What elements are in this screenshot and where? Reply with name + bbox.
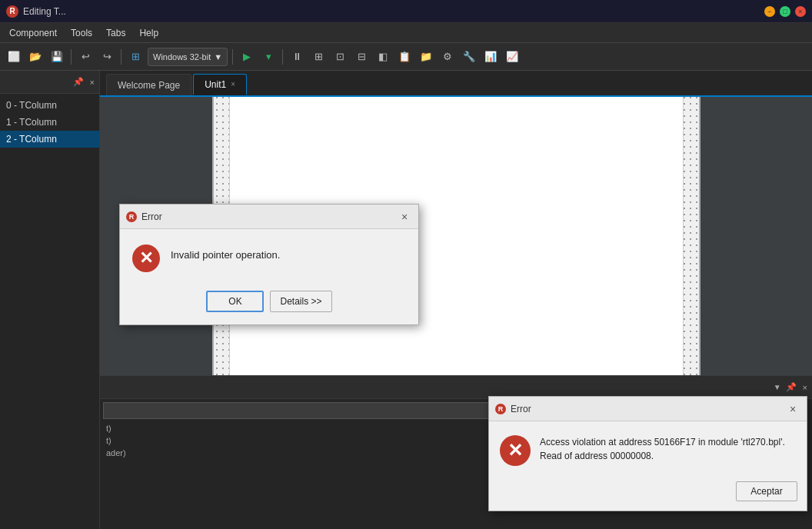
dialog2-title-icon: R: [495, 404, 506, 414]
toolbar-more7[interactable]: ⚙: [438, 48, 457, 66]
left-panel-header: 📌 ×: [0, 71, 99, 94]
dialog1-error-icon: ✕: [132, 245, 160, 272]
error-dialog-2: R Error × ✕ Access violation at address …: [488, 396, 807, 511]
dialog1-message: Invalid pointer operation.: [171, 245, 280, 261]
toolbar-more9[interactable]: 📊: [481, 48, 500, 66]
dialog1-buttons: OK Details >>: [120, 284, 418, 324]
toolbar-sep3: [232, 49, 233, 65]
tab-unit1-close[interactable]: ×: [231, 80, 235, 88]
close-button[interactable]: ×: [795, 6, 806, 17]
dialog1-title-icon: R: [126, 211, 137, 222]
dropdown-expand-icon[interactable]: ▼: [774, 383, 781, 391]
menu-tabs[interactable]: Tabs: [100, 26, 131, 40]
toolbar-step[interactable]: ⏸: [288, 48, 306, 66]
bottom-close-icon[interactable]: ×: [801, 381, 809, 394]
dialog1-title: Error: [141, 211, 392, 222]
dialog1-titlebar: R Error ×: [120, 205, 418, 229]
dialog1-ok-button[interactable]: OK: [206, 291, 264, 312]
pin-icon[interactable]: 📌: [72, 75, 85, 88]
tab-unit1[interactable]: Unit1 ×: [193, 74, 247, 95]
tab-unit1-label: Unit1: [205, 79, 226, 90]
menu-help[interactable]: Help: [133, 26, 165, 40]
platform-dropdown-arrow: ▼: [214, 52, 222, 62]
dialog1-details-button[interactable]: Details >>: [270, 291, 331, 312]
left-panel-close-icon[interactable]: ×: [88, 76, 96, 88]
toolbar-new[interactable]: ⬜: [5, 48, 23, 66]
toolbar-more3[interactable]: ⊟: [352, 48, 371, 66]
tabs-bar: Welcome Page Unit1 ×: [100, 71, 812, 97]
dialog2-titlebar: R Error ×: [489, 397, 807, 421]
dialog2-error-icon: ✕: [500, 435, 531, 466]
dialog2-message: Access violation at address 50166F17 in …: [540, 435, 785, 463]
dialog2-buttons: Aceptar: [489, 477, 807, 511]
maximize-button[interactable]: □: [780, 6, 790, 17]
column-list: 0 - TColumn 1 - TColumn 2 - TColumn: [0, 94, 99, 151]
dialog2-body: ✕ Access violation at address 50166F17 i…: [489, 421, 807, 477]
column-item-0[interactable]: 0 - TColumn: [0, 97, 99, 114]
dialog2-title: Error: [511, 404, 780, 414]
toolbar-more5[interactable]: 📋: [395, 48, 414, 66]
toolbar-more10[interactable]: 📈: [503, 48, 521, 66]
toolbar-sep2: [121, 49, 121, 65]
column-item-1[interactable]: 1 - TColumn: [0, 114, 99, 131]
toolbar-redo[interactable]: ↪: [98, 48, 116, 66]
column-item-2[interactable]: 2 - TColumn: [0, 131, 99, 148]
dialog1-body: ✕ Invalid pointer operation.: [120, 229, 418, 284]
toolbar-run-arrow[interactable]: ▾: [259, 48, 278, 66]
dialog2-close-button[interactable]: ×: [785, 401, 800, 417]
toolbar-more6[interactable]: 📁: [417, 48, 435, 66]
toolbar-run[interactable]: ▶: [238, 48, 256, 66]
toolbar-more2[interactable]: ⊡: [331, 48, 349, 66]
toolbar-save[interactable]: 💾: [48, 48, 66, 66]
bottom-pin-icon[interactable]: 📌: [784, 381, 798, 394]
toolbar-undo[interactable]: ↩: [76, 48, 95, 66]
platform-dropdown[interactable]: Windows 32-bit ▼: [148, 48, 228, 66]
toolbar-more8[interactable]: 🔧: [460, 48, 478, 66]
tab-welcome[interactable]: Welcome Page: [106, 74, 191, 95]
toolbar-open[interactable]: 📂: [26, 48, 45, 66]
dialog1-close-button[interactable]: ×: [397, 209, 412, 225]
error-dialog-1: R Error × ✕ Invalid pointer operation. O…: [119, 204, 419, 325]
tab-welcome-label: Welcome Page: [118, 80, 180, 91]
toolbar-sep4: [282, 49, 283, 65]
menu-bar: Component Tools Tabs Help: [0, 23, 812, 43]
minimize-button[interactable]: −: [764, 6, 775, 17]
app-icon: R: [6, 5, 18, 18]
toolbar-sep1: [71, 49, 72, 65]
menu-tools[interactable]: Tools: [65, 26, 98, 40]
dialog2-ok-button[interactable]: Aceptar: [736, 481, 797, 501]
title-bar: R Editing T... − □ ×: [0, 0, 812, 23]
toolbar: ⬜ 📂 💾 ↩ ↪ ⊞ Windows 32-bit ▼ ▶ ▾ ⏸ ⊞ ⊡ ⊟…: [0, 43, 812, 71]
toolbar-more4[interactable]: ◧: [374, 48, 392, 66]
toolbar-more1[interactable]: ⊞: [309, 48, 328, 66]
left-panel: 📌 × 0 - TColumn 1 - TColumn 2 - TColumn: [0, 71, 100, 529]
platform-label: Windows 32-bit: [153, 52, 211, 62]
toolbar-windows-icon[interactable]: ⊞: [126, 48, 145, 66]
window-title: Editing T...: [23, 6, 760, 17]
menu-component[interactable]: Component: [3, 26, 63, 40]
